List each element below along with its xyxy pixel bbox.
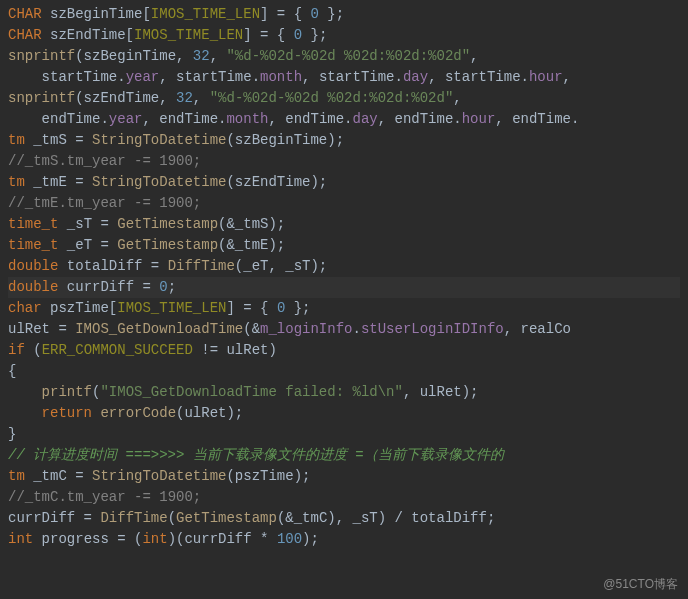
line-17: if (ERR_COMMON_SUCCEED != ulRet)	[8, 342, 277, 358]
line-18: {	[8, 363, 16, 379]
line-7: tm _tmS = StringToDatetime(szBeginTime);	[8, 132, 344, 148]
line-14: double currDiff = 0;	[8, 277, 680, 298]
line-8: //_tmS.tm_year -= 1900;	[8, 153, 201, 169]
line-5: snprintf(szEndTime, 32, "%d-%02d-%02d %0…	[8, 90, 462, 106]
line-9: tm _tmE = StringToDatetime(szEndTime);	[8, 174, 327, 190]
line-16: ulRet = IMOS_GetDownloadTime(&m_loginInf…	[8, 321, 571, 337]
line-10: //_tmE.tm_year -= 1900;	[8, 195, 201, 211]
line-2: CHAR szEndTime[IMOS_TIME_LEN] = { 0 };	[8, 27, 327, 43]
line-13: double totalDiff = DiffTime(_eT, _sT);	[8, 258, 327, 274]
line-22: // 计算进度时间 ===>>>> 当前下载录像文件的进度 =（当前下载录像文件…	[8, 447, 504, 463]
line-4: startTime.year, startTime.month, startTi…	[8, 69, 571, 85]
line-24: //_tmC.tm_year -= 1900;	[8, 489, 201, 505]
line-26: int progress = (int)(currDiff * 100);	[8, 531, 319, 547]
line-23: tm _tmC = StringToDatetime(pszTime);	[8, 468, 310, 484]
line-12: time_t _eT = GetTimestamp(&_tmE);	[8, 237, 285, 253]
line-25: currDiff = DiffTime(GetTimestamp(&_tmC),…	[8, 510, 495, 526]
line-6: endTime.year, endTime.month, endTime.day…	[8, 111, 579, 127]
line-1: CHAR szBeginTime[IMOS_TIME_LEN] = { 0 };	[8, 6, 344, 22]
code-block: CHAR szBeginTime[IMOS_TIME_LEN] = { 0 };…	[0, 0, 688, 554]
line-21: }	[8, 426, 16, 442]
line-3: snprintf(szBeginTime, 32, "%d-%02d-%02d …	[8, 48, 479, 64]
line-19: printf("IMOS_GetDownloadTime failed: %ld…	[8, 384, 479, 400]
watermark: @51CTO博客	[603, 576, 678, 593]
line-11: time_t _sT = GetTimestamp(&_tmS);	[8, 216, 285, 232]
line-20: return errorCode(ulRet);	[8, 405, 243, 421]
line-15: char pszTime[IMOS_TIME_LEN] = { 0 };	[8, 300, 311, 316]
